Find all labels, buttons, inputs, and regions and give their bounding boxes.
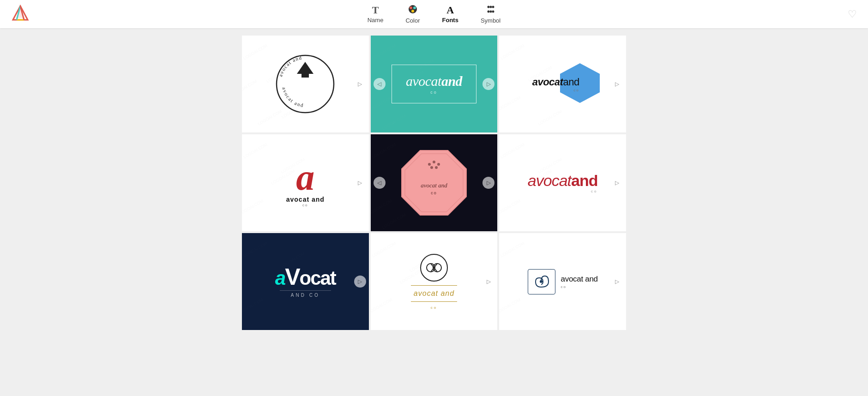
svg-point-47 — [433, 161, 435, 163]
logo-crimson-sub: co — [528, 189, 598, 193]
card-prev-button-5[interactable]: ◁ — [374, 177, 386, 189]
favorite-button[interactable]: ♡ — [848, 8, 857, 20]
logo-circle-gold: avocat and co — [411, 254, 457, 310]
svg-text:LOGOAI.COM: LOGOAI.COM — [242, 43, 268, 61]
logo-card-3[interactable]: LOGOAI.COMLOGOAI.COMLOGOAI.COMLOGOAI.COM… — [499, 36, 626, 132]
svg-text:LOGOAI.COM: LOGOAI.COM — [499, 95, 521, 113]
svg-point-50 — [435, 166, 438, 169]
logo-colorful-divider — [280, 290, 331, 291]
logo-card-1[interactable]: LOGOAI.COMLOGOAI.COMLOGOAI.COMLOGOAI.COM… — [242, 36, 369, 132]
red-a-letter: a — [296, 159, 314, 196]
logo-red-bold: avocatand co — [528, 173, 598, 193]
card-next-button-4[interactable]: ▷ — [354, 177, 366, 189]
svg-text:avocat and: avocat and — [277, 54, 302, 77]
logo-card-6[interactable]: LOGOAI.COMLOGOAI.COMLOGOAI.COMLOGOAI.COM… — [499, 134, 626, 231]
logo-card-2[interactable]: LOGOAI.COMLOGOAI.COMLOGOAI.COMLOGOAI.COM… — [371, 36, 498, 132]
svg-point-13 — [489, 6, 492, 8]
nav-label-fonts: Fonts — [442, 17, 458, 24]
gold-line-bottom — [411, 301, 457, 302]
svg-point-6 — [410, 6, 412, 9]
svg-text:LOGOAI.COM: LOGOAI.COM — [537, 109, 563, 126]
nav-label-name: Name — [368, 17, 384, 24]
nav-item-color[interactable]: Color — [405, 4, 420, 24]
svg-text:LOGOAI.COM: LOGOAI.COM — [371, 198, 393, 216]
svg-point-8 — [411, 10, 414, 12]
card-next-button-2[interactable]: ▷ — [482, 78, 494, 90]
fonts-icon: A — [446, 5, 454, 15]
logo-colorful-dark: aVocat AND CO — [275, 265, 336, 298]
symbol-icon — [486, 4, 496, 16]
svg-text:LOGOAI.COM: LOGOAI.COM — [242, 297, 264, 315]
svg-text:LOGOAI.COM: LOGOAI.COM — [500, 241, 525, 258]
svg-text:LOGOAI.COM: LOGOAI.COM — [242, 198, 264, 216]
card-next-button-7[interactable]: ▷ — [354, 276, 366, 288]
main-nav: T Name Color A Fonts Symbol — [368, 4, 501, 24]
logo-teal-sub: co — [406, 90, 462, 95]
logo[interactable] — [11, 4, 30, 24]
svg-text:LOGOAI.COM: LOGOAI.COM — [499, 198, 521, 216]
svg-point-7 — [413, 6, 416, 9]
card-next-button-3[interactable]: ▷ — [611, 78, 623, 90]
svg-text:LOGOAI.COM: LOGOAI.COM — [371, 95, 393, 113]
logo-gold-text: avocat and — [414, 289, 454, 298]
card-next-button-5[interactable]: ▷ — [482, 177, 494, 189]
nav-item-symbol[interactable]: Symbol — [481, 4, 500, 24]
spiral-sub-text: co — [561, 285, 598, 289]
logo-card-5[interactable]: LOGOAI.COMLOGOAI.COMLOGOAI.COMLOGOAI.COM… — [371, 134, 498, 231]
svg-point-9 — [487, 6, 489, 8]
logo-card-7[interactable]: LOGOAI.COMLOGOAI.COMLOGOAI.COMLOGOAI.COM… — [242, 233, 369, 330]
logo-spiral: avocat and co — [528, 269, 598, 294]
logo-red-a: a avocat and co — [286, 159, 325, 207]
logo-card-8[interactable]: LOGOAI.COMLOGOAI.COMLOGOAI.COMLOGOAI.COM… — [371, 233, 498, 330]
svg-text:co: co — [431, 191, 437, 195]
svg-point-11 — [487, 11, 489, 13]
nav-item-fonts[interactable]: A Fonts — [442, 5, 458, 24]
nav-label-color: Color — [405, 17, 420, 24]
logo-below-sub: co — [302, 203, 308, 207]
svg-point-72 — [540, 280, 542, 283]
svg-text:LOGOAI.COM: LOGOAI.COM — [500, 142, 525, 160]
svg-point-14 — [489, 11, 492, 13]
svg-marker-21 — [297, 62, 313, 74]
logo-grid: LOGOAI.COMLOGOAI.COMLOGOAI.COMLOGOAI.COM… — [240, 34, 628, 332]
logo-card-9[interactable]: LOGOAI.COMLOGOAI.COMLOGOAI.COM avocat an… — [499, 233, 626, 330]
card-next-button-6[interactable]: ▷ — [611, 177, 623, 189]
logo-shape-sub: co — [532, 88, 579, 92]
svg-text:LOGOAI.COM: LOGOAI.COM — [371, 297, 393, 315]
logo-card-4[interactable]: LOGOAI.COMLOGOAI.COMLOGOAI.COMLOGOAI.COM… — [242, 134, 369, 231]
logo-circular: avocat and avocat and — [273, 52, 338, 116]
svg-point-46 — [428, 163, 431, 166]
spiral-text-group: avocat and co — [561, 275, 598, 289]
card-next-button-1[interactable]: ▷ — [354, 78, 366, 90]
name-icon: T — [372, 5, 379, 15]
header: T Name Color A Fonts Symbol ♡ — [0, 0, 868, 28]
color-icon — [408, 4, 418, 16]
spiral-box-icon — [528, 269, 555, 294]
logo-shape-text: avocatand co — [532, 76, 579, 92]
spiral-main-text: avocat and — [561, 275, 598, 284]
svg-point-12 — [492, 11, 494, 13]
svg-point-49 — [430, 166, 433, 169]
nav-label-symbol: Symbol — [481, 17, 500, 24]
logo-gold-sub: co — [431, 306, 437, 310]
svg-text:avocat and: avocat and — [421, 182, 447, 189]
gold-line-top — [411, 285, 457, 286]
nav-item-name[interactable]: T Name — [368, 5, 384, 24]
card-prev-button-2[interactable]: ◁ — [374, 78, 386, 90]
logo-below-text: avocat and — [286, 196, 325, 203]
svg-text:LOGOAI.COM: LOGOAI.COM — [242, 142, 268, 160]
main-content: LOGOAI.COMLOGOAI.COMLOGOAI.COMLOGOAI.COM… — [0, 0, 868, 396]
logo-colorful-text: aVocat — [275, 265, 336, 288]
card-next-button-8[interactable]: ▷ — [482, 276, 494, 288]
svg-point-48 — [437, 163, 440, 166]
card-next-button-9[interactable]: ▷ — [611, 276, 623, 288]
svg-text:LOGOAI.COM: LOGOAI.COM — [242, 79, 258, 96]
logo-shape-main: avocatand — [532, 76, 579, 88]
circle-icon-shape — [420, 254, 448, 282]
svg-text:LOGOAI.COM: LOGOAI.COM — [371, 43, 397, 61]
logo-crimson-text: avocatand — [528, 173, 598, 188]
logo-teal: avocatand co — [392, 65, 476, 103]
svg-text:LOGOAI.COM: LOGOAI.COM — [381, 114, 406, 131]
logo-colorful-sub: AND CO — [291, 293, 320, 298]
svg-text:LOGOAI.COM: LOGOAI.COM — [371, 142, 397, 160]
